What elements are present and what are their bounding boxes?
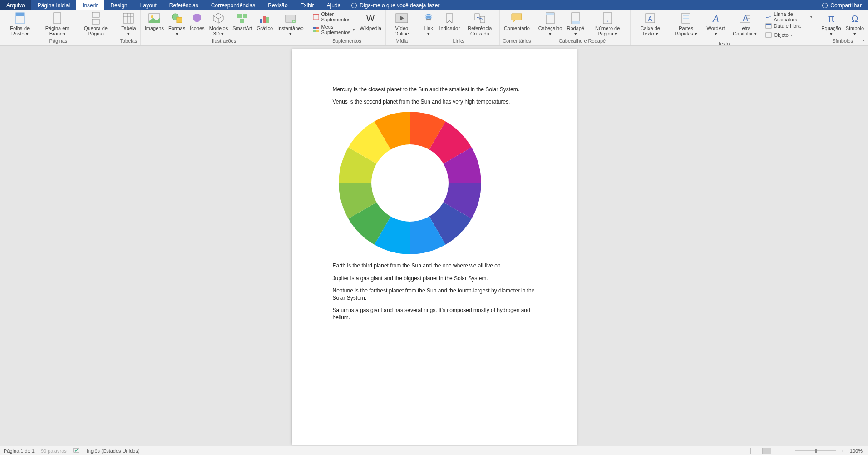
svg-text:W: W (366, 14, 375, 23)
tab-references[interactable]: Referências (163, 0, 205, 10)
textbox-button[interactable]: A Caixa de Texto ▾ (632, 11, 668, 36)
group-cabecalho-label: Cabeçalho e Rodapé (534, 38, 630, 45)
footer-button[interactable]: Rodapé ▾ (564, 11, 587, 36)
group-paginas: Folha de Rosto ▾ Página em Branco Quebra… (0, 10, 117, 45)
tab-review[interactable]: Revisão (261, 0, 294, 10)
signature-line-button[interactable]: Linha de Assinatura ▾ (765, 13, 813, 21)
status-words[interactable]: 90 palavras (41, 448, 67, 454)
object-button[interactable]: Objeto ▾ (765, 31, 813, 39)
online-video-button[interactable]: Vídeo Online (388, 11, 416, 36)
view-web-button[interactable] (774, 448, 783, 454)
shapes-button[interactable]: Formas ▾ (166, 11, 187, 36)
wordart-button[interactable]: A WordArt ▾ (704, 11, 727, 36)
wikipedia-button[interactable]: W Wikipedia (357, 11, 384, 36)
tab-file[interactable]: Arquivo (0, 0, 31, 10)
quickparts-button[interactable]: Partes Rápidas ▾ (668, 11, 704, 36)
table-button[interactable]: Tabela ▾ (119, 11, 138, 36)
page-number-button[interactable]: # Número de Página ▾ (587, 11, 628, 36)
models3d-button[interactable]: Modelos 3D ▾ (207, 11, 231, 36)
group-simbolos: π Equação ▾ Ω Símbolo ▾ Símbolos (817, 10, 868, 45)
my-addins-button[interactable]: Meus Suplementos ▾ (313, 25, 355, 34)
page-break-icon (89, 12, 102, 25)
zoom-out-button[interactable]: − (786, 448, 792, 454)
paragraph[interactable]: Venus is the second planet from the Sun … (333, 98, 536, 105)
tab-insert[interactable]: Inserir (76, 0, 104, 10)
group-cabecalho: Cabeçalho ▾ Rodapé ▾ # Número de Página … (534, 10, 631, 45)
link-button[interactable]: Link ▾ (420, 11, 437, 36)
page[interactable]: Mercury is the closest planet to the Sun… (292, 49, 577, 445)
zoom-value[interactable]: 100% (848, 448, 864, 454)
page-break-button[interactable]: Quebra de Página (77, 11, 115, 36)
tab-mailings[interactable]: Correspondências (205, 0, 261, 10)
color-wheel-image[interactable] (337, 110, 483, 256)
paragraph[interactable]: Neptune is the farthest planet from the … (333, 287, 536, 302)
paragraph[interactable]: Earth is the third planet from the Sun a… (333, 262, 536, 269)
paragraph[interactable]: Mercury is the closest planet to the Sun… (333, 86, 536, 93)
cross-ref-button[interactable]: Referência Cruzada (462, 11, 498, 36)
spellcheck-icon[interactable] (73, 448, 80, 454)
status-page[interactable]: Página 1 de 1 (4, 448, 35, 454)
paragraph[interactable]: Saturn is a gas giant and has several ri… (333, 307, 536, 321)
dropcap-icon: A (739, 12, 751, 25)
chart-button[interactable]: Gráfico (255, 11, 275, 36)
quickparts-icon (680, 12, 692, 25)
tab-layout[interactable]: Layout (134, 0, 163, 10)
view-print-button[interactable] (762, 448, 771, 454)
addins-icon (313, 26, 319, 33)
tab-home[interactable]: Página Inicial (31, 0, 76, 10)
lightbulb-icon (351, 3, 357, 8)
svg-text:A: A (712, 14, 719, 24)
collapse-ribbon-button[interactable]: ⌃ (862, 40, 865, 45)
bookmark-button[interactable]: Indicador (437, 11, 462, 36)
tab-design[interactable]: Design (104, 0, 133, 10)
shapes-label: Formas ▾ (168, 25, 185, 36)
svg-text:A: A (648, 15, 652, 22)
share-icon (822, 3, 828, 8)
tab-help[interactable]: Ajuda (321, 0, 347, 10)
symbol-button[interactable]: Ω Símbolo ▾ (843, 11, 866, 36)
equation-button[interactable]: π Equação ▾ (819, 11, 843, 36)
zoom-slider[interactable] (795, 450, 836, 451)
cover-page-label: Folha de Rosto ▾ (4, 25, 36, 36)
document-area[interactable]: Mercury is the closest planet to the Sun… (0, 46, 868, 446)
dropcap-button[interactable]: A Letra Capitular ▾ (727, 11, 763, 36)
zoom-thumb[interactable] (815, 449, 817, 453)
pictures-button[interactable]: Imagens (143, 11, 166, 36)
signature-label: Linha de Assinatura (774, 11, 809, 22)
smartart-button[interactable]: SmartArt (230, 11, 254, 36)
page-number-label: Número de Página ▾ (589, 25, 626, 36)
bookmark-icon (443, 12, 456, 25)
view-read-button[interactable] (750, 448, 760, 454)
svg-rect-16 (240, 19, 244, 23)
group-ilustracoes: Imagens Formas ▾ Ícones Modelos 3D ▾ Sma… (141, 10, 308, 45)
get-addins-button[interactable]: Obter Suplementos (313, 13, 355, 21)
header-button[interactable]: Cabeçalho ▾ (536, 11, 565, 36)
svg-rect-44 (683, 15, 689, 16)
zoom-in-button[interactable]: + (838, 448, 845, 454)
group-simbolos-label: Símbolos (817, 38, 868, 45)
screenshot-button[interactable]: + Instantâneo ▾ (275, 11, 306, 36)
blank-page-button[interactable]: Página em Branco (38, 11, 77, 36)
comment-icon (510, 12, 523, 25)
cover-page-button[interactable]: Folha de Rosto ▾ (2, 11, 38, 36)
tell-me-search[interactable]: Diga-me o que você deseja fazer (347, 0, 444, 10)
paragraph[interactable]: Jupiter is a gas giant and the biggest p… (333, 275, 536, 282)
datetime-button[interactable]: Data e Hora (765, 22, 813, 30)
share-label: Compartilhar (830, 2, 862, 9)
my-addins-label: Meus Suplementos (321, 24, 351, 35)
svg-rect-1 (16, 13, 24, 16)
svg-rect-5 (123, 13, 133, 23)
tab-view[interactable]: Exibir (294, 0, 321, 10)
wheel-inner (371, 144, 449, 222)
status-language[interactable]: Inglês (Estados Unidos) (87, 448, 140, 454)
group-midia-label: Mídia (386, 38, 418, 45)
svg-rect-4 (92, 19, 99, 24)
svg-rect-14 (237, 14, 242, 18)
svg-text:Ω: Ω (851, 14, 858, 24)
comment-button[interactable]: Comentário (502, 11, 532, 36)
page-break-label: Quebra de Página (79, 25, 113, 36)
share-button[interactable]: Compartilhar (816, 0, 868, 10)
icons-button[interactable]: Ícones (187, 11, 207, 36)
footer-label: Rodapé ▾ (567, 25, 584, 36)
group-texto: A Caixa de Texto ▾ Partes Rápidas ▾ A Wo… (631, 10, 817, 45)
